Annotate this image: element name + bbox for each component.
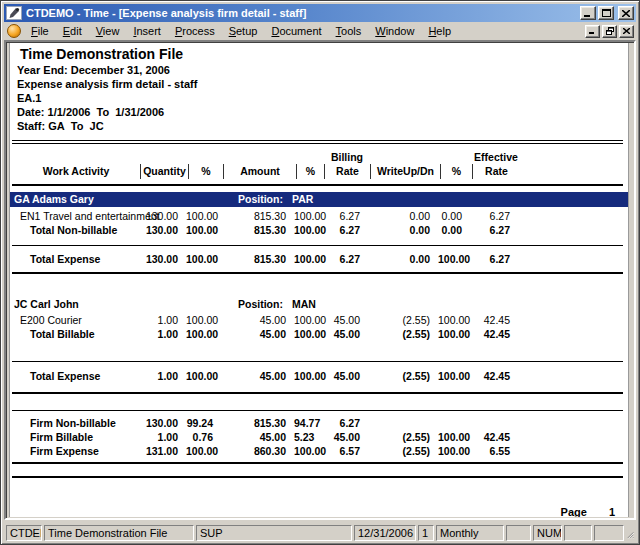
status-panel: NUM [533, 525, 562, 541]
spacer [10, 237, 628, 245]
status-panels: CTDEMOTime Demonstration FileSUP12/31/20… [6, 525, 624, 541]
menu-file[interactable]: File [24, 23, 56, 40]
cell: 6.27 [470, 209, 518, 223]
data-row[interactable]: Total Non-billable130.00100.00815.30100.… [10, 223, 628, 237]
staff-position: Position:PAR [238, 192, 313, 207]
app-icon[interactable] [6, 6, 22, 20]
close-button[interactable] [618, 6, 634, 20]
cell: 6.27 [322, 416, 368, 430]
cell: 100.00 [186, 223, 221, 237]
hand-stopwatch-glyph [8, 7, 20, 19]
data-row[interactable]: Firm Billable1.000.7645.005.2345.00(2.55… [10, 430, 628, 444]
menu-help[interactable]: Help [421, 23, 458, 40]
resize-grip[interactable] [626, 528, 634, 541]
cell: (2.55) [368, 327, 438, 341]
menu-insert[interactable]: Insert [126, 23, 168, 40]
cell: (2.55) [368, 444, 438, 458]
menu-setup[interactable]: Setup [222, 23, 265, 40]
cell: (2.55) [368, 369, 438, 383]
page-number: 1 [609, 506, 615, 517]
maximize-icon [602, 9, 611, 17]
cell: 45.00 [322, 369, 368, 383]
column-header: % [188, 164, 223, 179]
row-label: EN1 Travel and entertainment [10, 209, 138, 223]
row-label: E200 Courier [10, 313, 138, 327]
report-body: GA Adams GaryPosition:PAREN1 Travel and … [10, 192, 628, 478]
menu-process[interactable]: Process [168, 23, 222, 40]
mdi-close-button[interactable] [619, 25, 634, 38]
report-date-range: Date: 1/1/2006 To 1/31/2006 [17, 105, 628, 119]
menu-window[interactable]: Window [368, 23, 421, 40]
cell: 5.23 [294, 430, 322, 444]
data-row[interactable]: Total Billable1.00100.0045.00100.0045.00… [10, 327, 628, 341]
data-row[interactable]: Firm Non-billable130.0099.24815.3094.776… [10, 416, 628, 430]
column-header: Effective [472, 151, 520, 164]
cell: 94.77 [294, 416, 322, 430]
column-header: Amount [223, 164, 296, 179]
column-header: Rate [472, 164, 520, 179]
cell: 130.00 [138, 252, 186, 266]
mdi-minimize-button[interactable] [585, 25, 600, 38]
cell: 100.00 [186, 327, 221, 341]
cell: 45.00 [221, 430, 294, 444]
staff-header-row[interactable]: GA Adams GaryPosition:PAR [10, 192, 628, 207]
cell: 100.00 [438, 313, 470, 327]
report-staff-range: Staff: GA To JC [17, 119, 628, 133]
table-header: BillingEffectiveWork ActivityQuantity%Am… [12, 151, 623, 179]
staff-name: JC Carl John [10, 298, 79, 310]
menu-edit[interactable]: Edit [56, 23, 89, 40]
title-bar[interactable]: CTDEMO - Time - [Expense analysis firm d… [4, 4, 636, 22]
row-label: Firm Billable [10, 430, 138, 444]
minimize-icon [589, 28, 596, 34]
cell: 815.30 [221, 416, 294, 430]
status-panel: SUP [196, 525, 352, 541]
cell: 100.00 [294, 327, 322, 341]
minimize-icon [584, 10, 592, 17]
status-panel [594, 525, 624, 541]
data-row[interactable]: Total Expense1.00100.0045.00100.0045.00(… [10, 369, 628, 383]
spacer [10, 464, 628, 476]
cell: 0.00 [368, 252, 438, 266]
app-window: CTDEMO - Time - [Expense analysis firm d… [0, 0, 640, 545]
cell: 1.00 [138, 369, 186, 383]
cell: 100.00 [294, 209, 322, 223]
report-code: EA.1 [17, 91, 628, 105]
data-row[interactable]: E200 Courier1.00100.0045.00100.0045.00(2… [10, 313, 628, 327]
data-row[interactable]: Firm Expense131.00100.00860.30100.006.57… [10, 444, 628, 458]
column-header [440, 151, 472, 164]
status-panel: 1 [418, 525, 434, 541]
report-viewport: Time Demonstration File Year End: Decemb… [4, 40, 636, 520]
document-icon[interactable] [7, 24, 21, 38]
minimize-button[interactable] [580, 6, 596, 20]
cell: 0.00 [368, 223, 438, 237]
cell: 100.00 [294, 223, 322, 237]
cell: 42.45 [470, 327, 518, 341]
cell: 1.00 [138, 327, 186, 341]
report-year-end: Year End: December 31, 2006 [17, 63, 628, 77]
data-row[interactable]: Total Expense130.00100.00815.30100.006.2… [10, 252, 628, 266]
cell: 100.00 [186, 313, 221, 327]
menu-tools[interactable]: Tools [329, 23, 369, 40]
mdi-restore-button[interactable] [602, 25, 617, 38]
status-panel: 12/31/2006 [354, 525, 416, 541]
cell: (2.55) [368, 430, 438, 444]
row-label: Total Non-billable [10, 223, 138, 237]
staff-name: GA Adams Gary [10, 193, 94, 205]
cell: 6.27 [322, 223, 368, 237]
cell: 0.76 [186, 430, 221, 444]
staff-header-row[interactable]: JC Carl JohnPosition:MAN [10, 297, 628, 312]
status-panel: Monthly [436, 525, 504, 541]
cell: 45.00 [322, 313, 368, 327]
header-rule [12, 184, 623, 186]
menu-view[interactable]: View [89, 23, 127, 40]
cell [470, 416, 518, 430]
cell: 6.27 [470, 223, 518, 237]
maximize-button[interactable] [598, 6, 614, 20]
cell: 815.30 [221, 252, 294, 266]
menu-document[interactable]: Document [264, 23, 328, 40]
cell: 6.55 [470, 444, 518, 458]
data-row[interactable]: EN1 Travel and entertainment130.00100.00… [10, 209, 628, 223]
cell: 45.00 [221, 313, 294, 327]
page-label: Page [561, 506, 587, 517]
cell: 0.00 [438, 223, 470, 237]
